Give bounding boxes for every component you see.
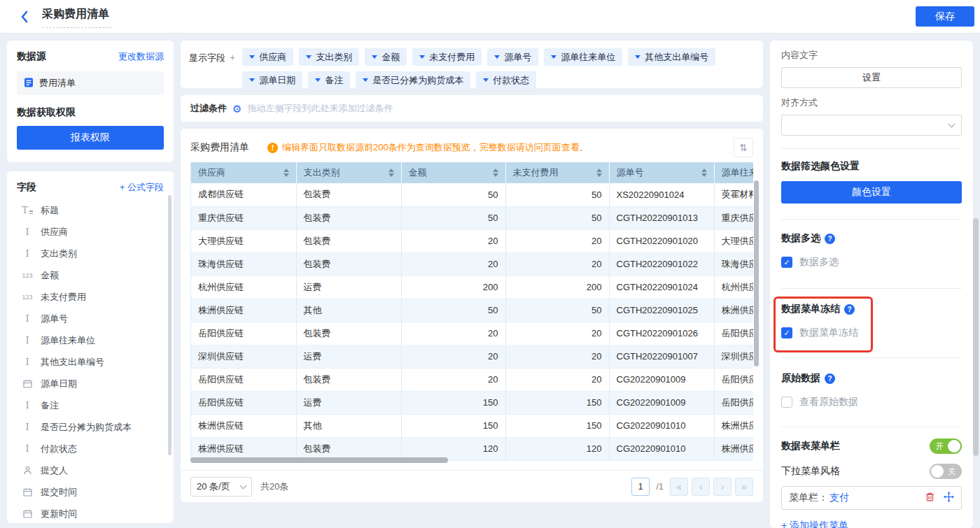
table-row[interactable]: 岳阳供应链包装费2020CG20220901009岳阳供应链 xyxy=(191,368,753,391)
chevron-down-icon xyxy=(306,55,312,59)
table-cell: CGTH20220901022 xyxy=(609,252,714,276)
align-select[interactable] xyxy=(781,115,962,136)
sort-arrows-icon[interactable] xyxy=(493,169,498,177)
move-icon[interactable] xyxy=(944,492,954,505)
sort-arrows-icon[interactable] xyxy=(388,169,394,177)
display-field-chip[interactable]: 付款状态 xyxy=(476,71,536,89)
help-icon[interactable]: ? xyxy=(844,304,855,315)
display-field-chip[interactable]: 未支付费用 xyxy=(412,48,482,66)
table-row[interactable]: 深圳供应链运费2020CGTH20220901007深圳供应链 xyxy=(191,345,753,368)
chevron-down-icon xyxy=(372,55,377,59)
display-fields-panel: 显示字段+ 供应商支出类别金额未支付费用源单号源单往来单位其他支出单编号源单日期… xyxy=(181,41,763,88)
menu-bar-value[interactable]: 支付 xyxy=(830,492,849,504)
display-field-chip[interactable]: 源单号 xyxy=(487,48,538,66)
display-field-chip[interactable]: 金额 xyxy=(365,48,407,66)
table-cell: 50 xyxy=(505,206,609,229)
field-item-label: 供应商 xyxy=(41,226,68,238)
table-row[interactable]: 重庆供应链包装费5050CGTH20220901013重庆供应链 xyxy=(191,206,753,229)
back-icon[interactable] xyxy=(20,10,32,24)
add-formula-field-link[interactable]: + 公式字段 xyxy=(120,181,164,194)
display-field-chip[interactable]: 是否已分摊为购货成本 xyxy=(356,71,470,89)
page-size-select[interactable]: 20 条/页 xyxy=(190,477,252,497)
table-cell: 运费 xyxy=(296,276,401,299)
field-item[interactable]: 源单日期 xyxy=(17,373,164,394)
table-row[interactable]: 株洲供应链其他150150CG20220901010株洲供应链 xyxy=(191,414,753,437)
sort-arrows-icon[interactable] xyxy=(284,169,289,177)
field-item[interactable]: I支出类别 xyxy=(17,243,164,264)
fields-scrollbar[interactable] xyxy=(168,195,172,455)
delete-icon[interactable] xyxy=(925,492,935,505)
display-field-chip[interactable]: 支出类别 xyxy=(299,48,359,66)
dropdown-style-toggle[interactable]: 关 xyxy=(930,464,962,479)
table-cell: 20 xyxy=(401,345,505,368)
table-cell: 20 xyxy=(505,345,609,368)
display-field-chip[interactable]: 源单日期 xyxy=(242,71,302,89)
add-display-field-button[interactable]: + xyxy=(230,52,235,63)
first-page-button[interactable]: « xyxy=(670,478,688,496)
field-item[interactable]: I源单往来单位 xyxy=(17,329,164,351)
document-icon xyxy=(24,78,34,90)
filter-dropzone-placeholder[interactable]: 拖动左侧字段到此处来添加过滤条件 xyxy=(247,102,393,115)
table-cell: 株洲供应链 xyxy=(714,299,753,322)
table-row[interactable]: 大理供应链包装费2020CGTH20220901020大理供应链 xyxy=(191,229,753,252)
field-item-label: 更新时间 xyxy=(41,508,77,520)
display-fields-label: 显示字段+ xyxy=(189,48,235,89)
change-datasource-link[interactable]: 更改数据源 xyxy=(118,50,164,63)
sort-arrows-icon[interactable] xyxy=(701,169,707,177)
table-row[interactable]: 成都供应链包装费5050XS20220901024萸霍材料 xyxy=(191,183,753,206)
display-field-chip[interactable]: 备注 xyxy=(308,71,350,89)
content-text-settings-button[interactable]: 设置 xyxy=(781,67,962,88)
column-header-label: 支出类别 xyxy=(304,166,340,179)
table-menu-bar-toggle[interactable]: 开 xyxy=(930,438,962,454)
column-header-label: 未支付费用 xyxy=(513,166,559,179)
page-title[interactable]: 采购费用清单 xyxy=(42,6,112,28)
filter-settings-gear-icon[interactable]: ⚙ xyxy=(232,104,241,114)
field-item[interactable]: 123未支付费用 xyxy=(17,286,164,308)
table-cell: CG20220901010 xyxy=(609,414,714,437)
field-item[interactable]: 更新时间 xyxy=(17,503,164,523)
field-item[interactable]: I付款状态 xyxy=(17,438,164,459)
add-operation-menu-link[interactable]: + 添加操作菜单 xyxy=(781,520,962,528)
field-item[interactable]: 123金额 xyxy=(17,264,164,286)
sort-button[interactable]: ⇅ xyxy=(734,138,753,157)
multi-select-checkbox[interactable]: ✓ xyxy=(781,257,792,268)
field-item[interactable]: I源单号 xyxy=(17,308,164,329)
menu-bar-item[interactable]: 菜单栏： 支付 xyxy=(781,486,962,510)
field-item[interactable]: I供应商 xyxy=(17,221,164,243)
raw-data-checkbox[interactable] xyxy=(781,397,792,408)
last-page-button[interactable]: » xyxy=(735,478,753,496)
help-icon[interactable]: ? xyxy=(825,234,835,244)
field-item[interactable]: I备注 xyxy=(17,394,164,416)
current-datasource[interactable]: 费用清单 xyxy=(17,71,164,95)
table-cell: 20 xyxy=(505,368,609,391)
table-row[interactable]: 株洲供应链其他5050CGTH20220901025株洲供应链 xyxy=(191,299,753,322)
text-field-icon: I xyxy=(21,335,34,345)
column-header: 源单往来单位 xyxy=(714,162,753,183)
save-button[interactable]: 保存 xyxy=(916,6,974,27)
table-vertical-scrollbar[interactable] xyxy=(754,180,759,366)
current-page-input[interactable]: 1 xyxy=(631,478,650,496)
menu-freeze-checkbox[interactable]: ✓ xyxy=(781,327,792,338)
display-field-chip[interactable]: 源单往来单位 xyxy=(544,48,622,66)
window-scrollbar[interactable] xyxy=(973,218,979,456)
table-row[interactable]: 杭州供应链运费200200CGTH20220901024杭州供应链 xyxy=(191,276,753,299)
table-horizontal-scrollbar[interactable] xyxy=(190,457,448,463)
next-page-button[interactable]: › xyxy=(713,478,732,496)
display-field-chip[interactable]: 其他支出单编号 xyxy=(628,48,715,66)
sort-arrows-icon[interactable] xyxy=(596,169,602,177)
table-row[interactable]: 岳阳供应链包装费2020CGTH20220901026岳阳供应链 xyxy=(191,322,753,345)
table-row[interactable]: 珠海供应链包装费2020CGTH20220901022珠海供应链 xyxy=(191,252,753,276)
field-item[interactable]: I是否已分摊为购货成本 xyxy=(17,416,164,438)
field-item[interactable]: T标题 xyxy=(17,199,164,221)
field-item[interactable]: 提交时间 xyxy=(17,481,164,503)
table-row[interactable]: 岳阳供应链运费150150CG20220901009岳阳供应链 xyxy=(191,391,753,414)
field-item[interactable]: I其他支出单编号 xyxy=(17,351,164,373)
display-field-chip[interactable]: 供应商 xyxy=(242,48,293,66)
color-settings-button[interactable]: 颜色设置 xyxy=(781,181,962,204)
table-cell: 重庆供应链 xyxy=(714,206,753,229)
help-icon[interactable]: ? xyxy=(825,373,835,384)
field-item[interactable]: 提交人 xyxy=(17,459,164,481)
prev-page-button[interactable]: ‹ xyxy=(692,478,710,496)
report-permission-button[interactable]: 报表权限 xyxy=(17,126,164,150)
chip-label: 其他支出单编号 xyxy=(645,51,708,64)
